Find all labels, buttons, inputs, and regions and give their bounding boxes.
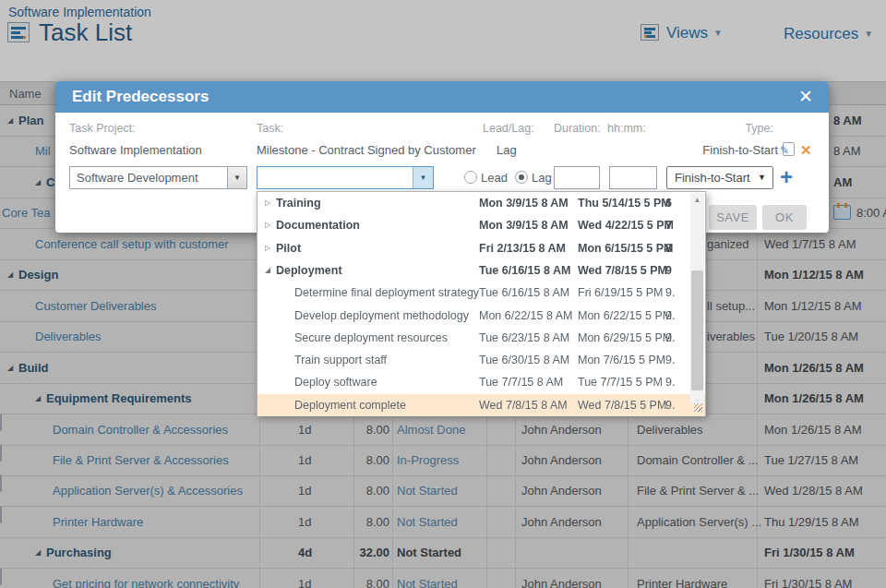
option-end-date: Wed 7/8/15 5 PM: [578, 394, 666, 416]
option-wbs-number: 9.: [665, 327, 684, 349]
option-task-name: Deployment: [276, 259, 342, 282]
option-start-date: Tue 6/16/15 8 AM: [479, 282, 569, 304]
tree-collapse-icon[interactable]: ▷: [265, 237, 270, 259]
lag-radio[interactable]: [515, 171, 528, 184]
dialog-title: Edit Predecessors: [72, 81, 209, 113]
current-task-project: Software Implementation: [69, 143, 202, 157]
lead-radio[interactable]: [464, 171, 477, 184]
hhmm-input[interactable]: [609, 166, 657, 189]
option-end-date: Mon 7/6/15 5 PM: [578, 349, 665, 371]
option-end-date: Tue 7/7/15 5 PM: [578, 371, 663, 393]
dropdown-task-option[interactable]: Train support staffTue 6/30/15 8 AMMon 7…: [257, 349, 705, 371]
tree-expand-icon[interactable]: ◢: [265, 259, 270, 282]
option-task-name: Train support staff: [294, 349, 387, 371]
tree-collapse-icon[interactable]: ▷: [265, 192, 270, 214]
resize-grip-icon[interactable]: [694, 403, 702, 412]
option-task-name: Deploy software: [294, 371, 377, 393]
option-wbs-number: 6: [665, 192, 684, 214]
option-start-date: Mon 3/9/15 8 AM: [479, 192, 569, 214]
option-start-date: Tue 6/23/15 8 AM: [479, 327, 569, 349]
lead-radio-label: Lead: [481, 166, 508, 189]
option-wbs-number: 9.: [665, 371, 684, 393]
option-end-date: Wed 7/8/15 5 PM: [578, 259, 667, 282]
option-task-name: Secure deployment resources: [294, 327, 448, 349]
dialog-header: Edit Predecessors ✕: [55, 81, 829, 113]
task-combobox-input[interactable]: [257, 167, 413, 188]
current-type: Finish-to-Start: [609, 143, 778, 157]
tree-collapse-icon[interactable]: ▷: [265, 214, 270, 236]
type-select[interactable]: Finish-to-Start ▼: [666, 166, 773, 189]
chevron-down-icon: ▼: [227, 167, 246, 188]
task-project-label: Task Project:: [69, 122, 136, 135]
option-wbs-number: 9: [665, 259, 684, 282]
dropdown-task-option[interactable]: Deployment completeWed 7/8/15 8 AMWed 7/…: [257, 394, 705, 416]
chevron-down-icon[interactable]: ▼: [413, 167, 433, 188]
dropdown-task-option[interactable]: ▷DocumentationMon 3/9/15 8 AMWed 4/22/15…: [257, 214, 705, 236]
type-label: Type:: [701, 122, 773, 135]
option-task-name: Deployment complete: [294, 394, 406, 416]
dropdown-task-option[interactable]: ▷TrainingMon 3/9/15 8 AMThu 5/14/15 5 PM…: [257, 192, 705, 214]
dropdown-scrollbar[interactable]: ▲: [690, 193, 704, 404]
option-wbs-number: 8: [665, 237, 684, 259]
dropdown-task-option[interactable]: Develop deployment methodologyMon 6/22/1…: [257, 305, 705, 327]
close-icon[interactable]: ✕: [794, 85, 818, 109]
chevron-down-icon: ▼: [758, 167, 766, 188]
dropdown-task-option[interactable]: ◢DeploymentTue 6/16/15 8 AMWed 7/8/15 5 …: [257, 259, 705, 282]
ok-button[interactable]: OK: [762, 205, 807, 230]
edit-predecessor-icon[interactable]: [783, 142, 795, 156]
option-end-date: Wed 4/22/15 5 PM: [578, 214, 674, 236]
delete-x-icon[interactable]: ✕: [800, 142, 812, 159]
duration-label: Duration:: [554, 122, 601, 135]
dropdown-task-option[interactable]: Deploy softwareTue 7/7/15 8 AMTue 7/7/15…: [257, 371, 705, 393]
lead-lag-label: Lead/Lag:: [483, 122, 534, 135]
option-task-name: Develop deployment methodology: [294, 305, 469, 327]
option-start-date: Wed 7/8/15 8 AM: [479, 394, 568, 416]
option-task-name: Training: [276, 192, 321, 214]
type-select-value: Finish-to-Start: [675, 167, 750, 188]
current-lead-lag: Lag: [497, 143, 517, 157]
option-wbs-number: 7: [665, 214, 684, 236]
duration-input[interactable]: [554, 166, 600, 189]
plus-icon[interactable]: +: [780, 164, 793, 190]
lag-radio-label: Lag: [532, 166, 552, 189]
task-project-select-value: Software Development: [77, 167, 198, 188]
option-end-date: Mon 6/15/15 5 PM: [578, 237, 674, 259]
current-task: Milestone - Contract Signed by Customer: [257, 143, 476, 157]
hhmm-label: hh:mm:: [607, 122, 646, 135]
option-wbs-number: 9.: [665, 282, 684, 304]
scrollbar-thumb[interactable]: [691, 270, 703, 390]
option-task-name: Pilot: [276, 237, 301, 259]
option-wbs-number: 9.: [665, 349, 684, 371]
dropdown-task-option[interactable]: Secure deployment resourcesTue 6/23/15 8…: [257, 327, 705, 349]
option-start-date: Tue 7/7/15 8 AM: [479, 371, 563, 393]
option-task-name: Documentation: [276, 214, 360, 236]
option-end-date: Thu 5/14/15 5 PM: [578, 192, 671, 214]
dropdown-task-option[interactable]: Determine final deployment strategyTue 6…: [257, 282, 705, 304]
dropdown-task-option[interactable]: ▷PilotFri 2/13/15 8 AMMon 6/15/15 5 PM8: [257, 237, 705, 259]
option-end-date: Mon 6/22/15 5 PM: [578, 305, 672, 327]
option-task-name: Determine final deployment strategy: [294, 282, 479, 304]
option-end-date: Mon 6/29/15 5 PM: [578, 327, 672, 349]
option-wbs-number: 9.: [665, 394, 684, 416]
scroll-up-arrow-icon[interactable]: ▲: [690, 193, 704, 208]
option-start-date: Mon 6/22/15 8 AM: [479, 305, 572, 327]
task-project-select[interactable]: Software Development ▼: [69, 166, 247, 189]
task-label: Task:: [257, 122, 283, 135]
task-dropdown-list: ▷TrainingMon 3/9/15 8 AMThu 5/14/15 5 PM…: [257, 191, 706, 415]
task-combobox[interactable]: ▼: [257, 166, 434, 189]
option-wbs-number: 9.: [665, 305, 684, 327]
option-start-date: Tue 6/30/15 8 AM: [479, 349, 569, 371]
save-button[interactable]: SAVE: [709, 205, 757, 230]
app-window: Software Implementation Task List Views▼…: [0, 0, 886, 588]
option-start-date: Tue 6/16/15 8 AM: [479, 259, 570, 282]
option-start-date: Fri 2/13/15 8 AM: [479, 237, 566, 259]
option-end-date: Fri 6/19/15 5 PM: [578, 282, 663, 304]
option-start-date: Mon 3/9/15 8 AM: [479, 214, 569, 236]
